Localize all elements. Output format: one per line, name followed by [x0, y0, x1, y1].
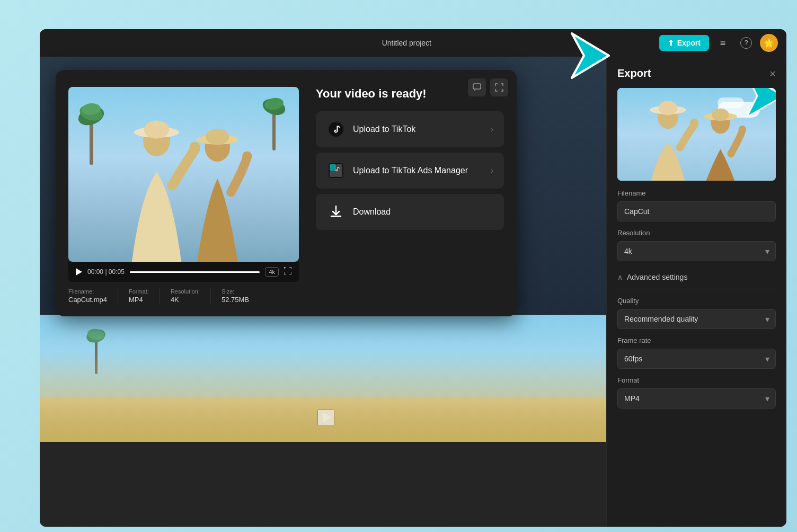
export-thumbnail [617, 88, 776, 181]
export-panel: Export × [606, 57, 786, 527]
current-time: 00:00 | 00:05 [87, 268, 125, 276]
download-icon [328, 204, 344, 220]
framerate-select-wrapper: 24fps 30fps 60fps [617, 349, 776, 369]
people-silhouette [68, 113, 299, 262]
quality-badge: 4k [265, 267, 279, 277]
quality-select[interactable]: Recommended quality High quality Low qua… [617, 309, 776, 329]
thumb-bg [68, 87, 299, 262]
expand-icon [495, 83, 503, 92]
project-title: Untitled project [382, 39, 431, 47]
avatar-button[interactable]: 🌟 [760, 34, 778, 52]
svg-rect-4 [473, 84, 481, 89]
svg-point-15 [190, 141, 200, 152]
persons-group [40, 352, 612, 442]
resolution-select[interactable]: 4k 2K 1080p [617, 241, 776, 261]
size-info: Size: 52.75MB [222, 288, 260, 304]
top-bar-right: ⬆ Export ≡ ? 🌟 [659, 33, 778, 52]
tiktok-ads-logo [328, 163, 344, 179]
export-upload-icon: ⬆ [668, 39, 674, 47]
framerate-field: Frame rate 24fps 30fps 60fps [607, 336, 786, 376]
help-button[interactable]: ? [737, 33, 756, 52]
format-info: Format: MP4 [129, 288, 160, 304]
fullscreen-dialog-button[interactable] [490, 78, 508, 96]
play-icon [318, 410, 333, 425]
fullscreen-video-button[interactable] [284, 267, 291, 277]
resolution-label: Resolution [617, 229, 776, 237]
layers-icon: ≡ [720, 38, 726, 49]
svg-point-30 [690, 118, 698, 127]
svg-marker-35 [747, 88, 776, 117]
layers-button[interactable]: ≡ [713, 33, 732, 52]
editor-main: 00:00 | 00:05 4k [40, 57, 786, 527]
cursor-arrow-container [741, 88, 776, 114]
progress-bar[interactable] [130, 271, 260, 273]
framerate-label: Frame rate [617, 336, 776, 344]
export-panel-header: Export × [607, 57, 786, 88]
filename-field: Filename [607, 189, 786, 229]
svg-point-19 [242, 151, 252, 161]
svg-marker-3 [323, 412, 331, 423]
svg-point-33 [712, 108, 729, 120]
arrow-icon-tiktok-ads: › [491, 166, 493, 175]
upload-tiktok-button[interactable]: Upload to TikTok › [316, 111, 504, 147]
dialog-content: 00:00 | 00:05 4k [68, 87, 504, 304]
svg-rect-26 [336, 171, 342, 177]
export-button[interactable]: ⬆ Export [659, 35, 709, 51]
comment-icon [473, 83, 481, 92]
upload-tiktok-ads-button[interactable]: Upload to TikTok Ads Manager › [316, 153, 504, 189]
download-button[interactable]: Download [316, 194, 504, 230]
file-info: Filename: CapCut.mp4 Format: MP4 Resolut… [68, 282, 299, 304]
format-select-wrapper: MP4 MOV GIF [617, 388, 776, 409]
filename-input[interactable] [617, 201, 776, 221]
dialog-actions: Your video is ready! Upload to TikTok › [316, 87, 504, 304]
video-preview-panel: 00:00 | 00:05 4k [68, 87, 299, 304]
fullscreen-icon [284, 267, 291, 274]
cursor-arrow-icon [741, 88, 776, 120]
divider [617, 289, 776, 289]
quality-label: Quality [617, 297, 776, 305]
download-icon-container [326, 202, 346, 221]
video-controls: 00:00 | 00:05 4k [68, 262, 299, 282]
close-export-button[interactable]: × [769, 68, 776, 79]
dialog-top-icons [468, 78, 508, 96]
play-button[interactable] [76, 268, 82, 276]
svg-rect-23 [330, 164, 336, 171]
arrow-icon-tiktok: › [491, 125, 493, 134]
tiktok-ads-icon [326, 161, 346, 180]
video-thumbnail [68, 87, 299, 262]
play-icon-btn [76, 268, 82, 276]
comment-button[interactable] [468, 78, 486, 96]
format-select[interactable]: MP4 MOV GIF [617, 388, 776, 409]
export-panel-title: Export [617, 67, 651, 79]
svg-point-18 [206, 128, 229, 145]
quality-field: Quality Recommended quality High quality… [607, 297, 786, 336]
help-icon: ? [740, 37, 752, 49]
format-field: Format MP4 MOV GIF [607, 376, 786, 416]
advanced-settings-toggle[interactable]: ∧ Advanced settings [607, 269, 786, 289]
video-dialog: 00:00 | 00:05 4k [56, 70, 517, 316]
svg-point-34 [739, 126, 746, 133]
svg-marker-20 [76, 268, 82, 276]
filename-info: Filename: CapCut.mp4 [68, 288, 118, 304]
tiktok-logo [328, 121, 344, 137]
quality-select-wrapper: Recommended quality High quality Low qua… [617, 309, 776, 329]
editor-window: Untitled project ⬆ Export ≡ ? 🌟 [40, 29, 786, 527]
avatar-icon: 🌟 [764, 38, 774, 48]
framerate-select[interactable]: 24fps 30fps 60fps [617, 349, 776, 369]
resolution-field: Resolution 4k 2K 1080p [607, 229, 786, 269]
bg-play-button[interactable] [317, 409, 334, 426]
filename-label: Filename [617, 189, 776, 197]
progress-fill [130, 271, 260, 273]
svg-point-21 [329, 122, 343, 137]
resolution-info: Resolution: 4K [171, 288, 211, 304]
chevron-up-icon: ∧ [617, 273, 623, 281]
top-bar: Untitled project ⬆ Export ≡ ? 🌟 [40, 29, 786, 57]
svg-point-14 [144, 120, 170, 138]
format-label: Format [617, 376, 776, 384]
resolution-select-wrapper: 4k 2K 1080p [617, 241, 776, 261]
svg-rect-25 [330, 171, 336, 177]
tiktok-icon [326, 120, 346, 139]
svg-point-29 [659, 101, 678, 115]
